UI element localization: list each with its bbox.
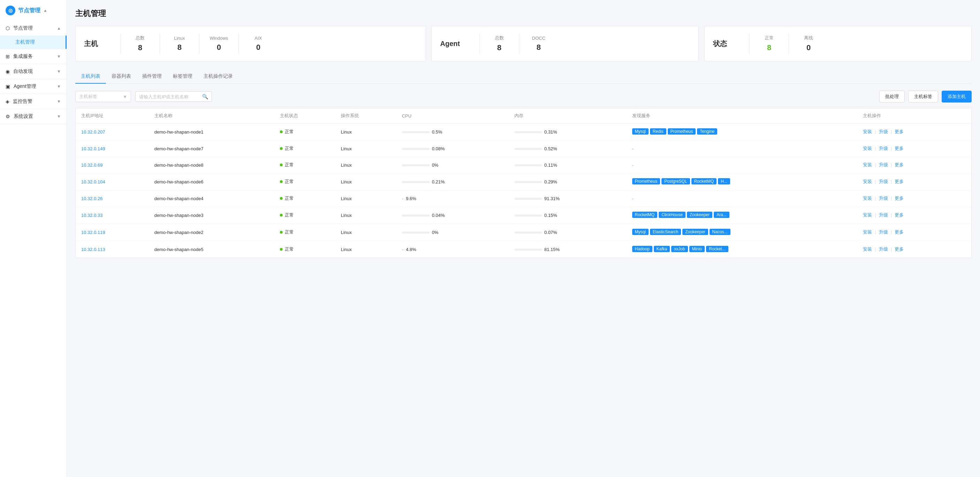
host-total-item: 总数 8 — [129, 35, 151, 52]
tab-tag-mgmt[interactable]: 标签管理 — [167, 70, 198, 84]
action-升级[interactable]: 升级 — [879, 179, 888, 184]
service-tag: Minio — [689, 246, 705, 252]
sidebar-group-header-node-mgmt[interactable]: ⬡ 节点管理 ▲ — [0, 21, 67, 35]
status-text: 正常 — [285, 162, 294, 168]
batch-process-button[interactable]: 批处理 — [879, 91, 905, 102]
action-更多[interactable]: 更多 — [895, 129, 904, 134]
toolbar-left: 主机标签 ▼ 🔍 — [75, 91, 212, 102]
cpu-progress-bar — [402, 164, 430, 166]
service-tag: Rocket... — [706, 246, 728, 252]
cell-mem: 0.07% — [509, 224, 627, 241]
action-更多[interactable]: 更多 — [895, 196, 904, 201]
ip-link[interactable]: 10.32.0.26 — [81, 196, 102, 201]
action-升级[interactable]: 升级 — [879, 129, 888, 134]
sidebar-group-label-agent-mgmt: Agent管理 — [14, 83, 36, 89]
cpu-progress-bar — [402, 214, 430, 217]
agent-stats-card: Agent 总数 8 DOCC 8 — [431, 26, 699, 61]
cpu-pct: 0.08% — [432, 146, 445, 152]
action-sep: | — [891, 196, 892, 201]
ip-link[interactable]: 10.32.0.113 — [81, 247, 105, 252]
sidebar-group-label-node-mgmt: 节点管理 — [13, 25, 33, 31]
host-total-label: 总数 — [135, 35, 145, 41]
chevron-down-icon-5: ▼ — [57, 114, 61, 119]
tag-select-placeholder: 主机标签 — [79, 93, 97, 100]
cell-status: 正常 — [274, 224, 335, 241]
mem-progress-bar — [514, 148, 542, 150]
search-wrap[interactable]: 🔍 — [135, 91, 212, 102]
action-安装[interactable]: 安装 — [863, 146, 872, 151]
service-tag: Zookeeper — [682, 229, 708, 235]
action-安装[interactable]: 安装 — [863, 212, 872, 218]
action-更多[interactable]: 更多 — [895, 162, 904, 168]
ip-link[interactable]: 10.32.0.207 — [81, 129, 105, 135]
sidebar-group-header-agent-mgmt[interactable]: ▣ Agent管理 ▼ — [0, 79, 67, 94]
action-sep: | — [875, 196, 876, 201]
action-安装[interactable]: 安装 — [863, 196, 872, 201]
ip-link[interactable]: 10.32.0.119 — [81, 230, 105, 235]
cell-services: PrometheusPostgreSQLRocketMQH... — [627, 173, 858, 190]
action-升级[interactable]: 升级 — [879, 162, 888, 168]
action-升级[interactable]: 升级 — [879, 230, 888, 235]
add-host-button[interactable]: 添加主机 — [942, 91, 972, 102]
mem-pct: 0.11% — [544, 163, 557, 168]
cell-mem: 0.52% — [509, 140, 627, 157]
host-card-label: 主机 — [84, 39, 101, 48]
service-tag: Nacos... — [710, 229, 730, 235]
tab-plugin-mgmt[interactable]: 插件管理 — [137, 70, 167, 84]
action-更多[interactable]: 更多 — [895, 146, 904, 151]
action-安装[interactable]: 安装 — [863, 230, 872, 235]
action-升级[interactable]: 升级 — [879, 247, 888, 252]
page-title: 主机管理 — [75, 8, 972, 19]
status-dot — [280, 131, 283, 133]
sidebar-group-header-monitor-alert[interactable]: ◈ 监控告警 ▼ — [0, 94, 67, 109]
cell-actions: 安装|升级|更多 — [858, 241, 971, 258]
stats-row: 主机 总数 8 Linux 8 Windows 0 AIX 0 — [75, 26, 972, 61]
action-安装[interactable]: 安装 — [863, 129, 872, 134]
action-安装[interactable]: 安装 — [863, 247, 872, 252]
search-input[interactable] — [139, 94, 200, 99]
action-升级[interactable]: 升级 — [879, 212, 888, 218]
sidebar-group-header-sys-settings[interactable]: ⚙ 系统设置 ▼ — [0, 109, 67, 124]
tab-bar: 主机列表 容器列表 插件管理 标签管理 主机操作记录 — [75, 70, 972, 84]
action-安装[interactable]: 安装 — [863, 162, 872, 168]
service-tag: PostgreSQL — [662, 178, 690, 185]
ip-link[interactable]: 10.32.0.104 — [81, 179, 105, 185]
service-tag: ElasticSearch — [650, 229, 681, 235]
sidebar-item-host-mgmt[interactable]: 主机管理 — [0, 35, 67, 49]
action-更多[interactable]: 更多 — [895, 212, 904, 218]
action-更多[interactable]: 更多 — [895, 179, 904, 184]
status-dot — [280, 231, 283, 234]
status-stats-card: 状态 正常 8 离线 0 — [704, 26, 972, 61]
action-更多[interactable]: 更多 — [895, 230, 904, 235]
tab-host-ops[interactable]: 主机操作记录 — [198, 70, 239, 84]
status-normal-value: 8 — [767, 43, 771, 52]
table-row: 10.32.0.26demo-hw-shapan-node4正常Linux- 9… — [76, 190, 971, 207]
host-tag-button[interactable]: 主机标签 — [908, 91, 938, 102]
tab-container-list[interactable]: 容器列表 — [106, 70, 137, 84]
cell-os: Linux — [335, 157, 396, 173]
cell-services: - — [627, 190, 858, 207]
ip-link[interactable]: 10.32.0.69 — [81, 163, 102, 168]
host-aix-item: AIX 0 — [247, 35, 269, 52]
chevron-down-icon-4: ▼ — [57, 99, 61, 104]
cell-actions: 安装|升级|更多 — [858, 140, 971, 157]
mem-progress-bar — [514, 198, 542, 200]
status-dot — [280, 214, 283, 217]
monitor-icon: ◈ — [6, 99, 10, 104]
tab-host-list[interactable]: 主机列表 — [75, 70, 106, 84]
ip-link[interactable]: 10.32.0.33 — [81, 213, 102, 218]
col-actions: 主机操作 — [858, 108, 971, 123]
ip-link[interactable]: 10.32.0.149 — [81, 146, 105, 152]
cell-status: 正常 — [274, 157, 335, 173]
action-安装[interactable]: 安装 — [863, 179, 872, 184]
tag-select-dropdown[interactable]: 主机标签 ▼ — [75, 91, 131, 102]
action-升级[interactable]: 升级 — [879, 146, 888, 151]
cpu-pct: 0.5% — [432, 129, 442, 135]
action-升级[interactable]: 升级 — [879, 196, 888, 201]
cell-os: Linux — [335, 173, 396, 190]
sidebar-group-header-auto-discover[interactable]: ◉ 自动发现 ▼ — [0, 64, 67, 79]
search-icon: 🔍 — [202, 94, 208, 99]
action-更多[interactable]: 更多 — [895, 247, 904, 252]
sidebar-group-header-integration[interactable]: ⊞ 集成服务 ▼ — [0, 49, 67, 64]
col-cpu: CPU — [396, 108, 509, 123]
